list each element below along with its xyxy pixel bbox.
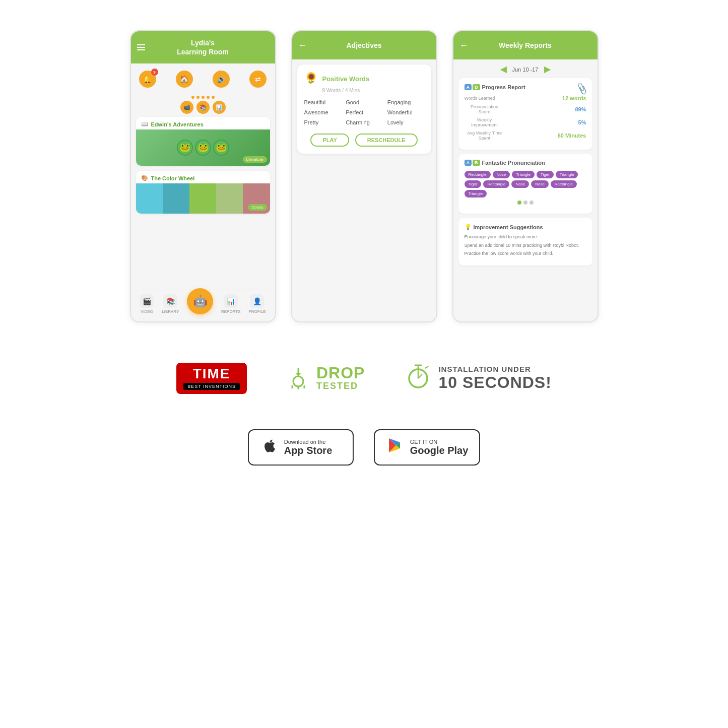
lr-top-icons: 🔔 9 🏠 🔊 ⇄ — [136, 69, 270, 90]
tag-nose-3: Nose — [531, 180, 549, 188]
shuffle-icon[interactable]: ⇄ — [249, 71, 267, 88]
time-spent-label: Avg Weekly Time Spent — [465, 130, 505, 141]
install-line2: 10 SECONDS! — [438, 373, 551, 392]
tag-nose-2: Nose — [511, 180, 529, 188]
install-line1: INSTALLATION UNDER — [438, 365, 551, 373]
b-badge: B — [473, 84, 480, 90]
card2-title: 🎨 The Color Wheel — [136, 171, 270, 183]
card1-image: 🐸 🐸 🐸 Literature — [136, 129, 270, 166]
adj-positive-words-card: 🌻 Positive Words 9 Words / 4 Mins Beauti… — [297, 64, 431, 154]
phone1-body: 🔔 9 🏠 🔊 ⇄ 📹 📚 📊 — [131, 63, 275, 321]
hamburger-menu[interactable] — [137, 44, 145, 50]
reschedule-button[interactable]: RESCHEDULE — [355, 134, 418, 147]
dot-2 — [523, 201, 527, 205]
play-button[interactable]: PLAY — [310, 134, 349, 147]
sound-icon[interactable]: 🔊 — [213, 71, 230, 88]
dot-icon-3[interactable]: 📊 — [213, 101, 226, 114]
app-store-button[interactable]: Download on the App Store — [248, 429, 354, 466]
phone3-back-arrow[interactable]: ← — [459, 40, 469, 51]
word-awesome: Awesome — [304, 109, 341, 115]
connector-dots — [136, 94, 270, 101]
swatch-3 — [189, 183, 216, 214]
word-beautiful: Beautiful — [304, 99, 341, 105]
a-badge: A — [465, 84, 472, 90]
badges-row: TIME BEST INVENTIONS DROP TESTED — [30, 363, 698, 394]
nav-profile[interactable]: 👤 PROFILE — [248, 294, 266, 314]
swatch-4 — [216, 183, 243, 214]
card-edwins-adventures[interactable]: 📖 Edwin's Adventures 🐸 🐸 🐸 Literature — [136, 117, 270, 166]
phones-row: Lydia's Learning Room 🔔 9 🏠 🔊 ⇄ — [30, 30, 698, 322]
phone1-header: Lydia's Learning Room — [131, 31, 275, 63]
next-arrow[interactable]: ▶ — [544, 64, 550, 74]
phone-2-adjectives: ← Adjectives 🌻 Positive Words 9 Words / … — [291, 30, 437, 322]
time-badge-item: TIME BEST INVENTIONS — [176, 363, 247, 394]
phone2-back-arrow[interactable]: ← — [298, 40, 307, 51]
dot-icon-2[interactable]: 📚 — [196, 101, 210, 114]
dot-icon-1[interactable]: 📹 — [180, 101, 193, 114]
palette-icon: 🎨 — [141, 175, 148, 181]
color-swatches-wrapper: Colors — [136, 183, 270, 214]
home-icon[interactable]: 🏠 — [176, 71, 193, 88]
improvement-value: 5% — [578, 119, 586, 125]
date-range: Jun 10 -17 — [512, 67, 539, 73]
appstore-bottom: App Store — [284, 445, 333, 456]
install-text-block: INSTALLATION UNDER 10 SECONDS! — [438, 365, 551, 392]
word-wonderful: Wonderful — [387, 109, 424, 115]
dot-1 — [517, 201, 521, 205]
profile-icon: 👤 — [250, 294, 264, 308]
word-charming: Charming — [346, 119, 382, 125]
adj-buttons: PLAY RESCHEDULE — [304, 134, 424, 147]
adj-words-grid: Beautiful Good Engaging Awesome Perfect … — [304, 99, 424, 125]
frog-2: 🐸 — [195, 140, 211, 156]
card-color-wheel[interactable]: 🎨 The Color Wheel Colors — [136, 171, 270, 214]
pagination-dots — [465, 201, 586, 205]
drop-text-block: DROP TESTED — [316, 365, 365, 392]
apple-icon — [260, 436, 278, 458]
adj-card-header: 🌻 Positive Words — [304, 72, 424, 86]
card2-badge: Colors — [248, 204, 267, 211]
swatch-1 — [136, 183, 163, 214]
phone-1-learning-room: Lydia's Learning Room 🔔 9 🏠 🔊 ⇄ — [130, 30, 276, 322]
a-badge-2: A — [465, 160, 472, 166]
b-badge-2: B — [473, 160, 480, 166]
ab-badge: A B — [465, 84, 480, 90]
appstore-text: Download on the App Store — [284, 439, 333, 456]
word-engaging: Engaging — [387, 99, 424, 105]
book-icon: 📖 — [141, 121, 148, 127]
tag-triangle-3: Triangle — [465, 190, 487, 197]
phone-3-weekly-reports: ← Weekly Reports ◀ Jun 10 -17 ▶ 📎 A — [452, 30, 599, 322]
word-good: Good — [346, 99, 382, 105]
library-icon: 📚 — [163, 294, 177, 308]
tag-rectangle-3: Rectangle — [551, 180, 577, 188]
time-subtitle: BEST INVENTIONS — [183, 383, 240, 390]
prev-arrow[interactable]: ◀ — [500, 64, 506, 74]
tag-tiger-2: Tiger — [465, 180, 482, 188]
pronunciation-tags: Rectangle Nose Triangle Tiger Triangle T… — [465, 171, 586, 197]
nav-video[interactable]: 🎬 VIDEO — [140, 294, 154, 314]
timer-icon — [405, 363, 431, 394]
tag-tiger-1: Tiger — [537, 171, 554, 178]
svg-point-0 — [293, 376, 303, 386]
frogs-image: 🐸 🐸 🐸 — [177, 140, 229, 156]
stat-improvement: Weekly Improvement 5% — [465, 117, 586, 127]
phone2-body: 🌻 Positive Words 9 Words / 4 Mins Beauti… — [292, 59, 436, 321]
lr-dots-row: 📹 📚 📊 — [136, 101, 270, 114]
pronunciation-card: A B Fantastic Pronunciation Rectangle No… — [458, 154, 592, 214]
tag-rectangle-2: Rectangle — [483, 180, 509, 188]
improvement-1: Encourage your child to speak more. — [465, 234, 586, 240]
tag-triangle-2: Triangle — [556, 171, 578, 178]
drop-subtitle: TESTED — [316, 381, 365, 392]
word-perfect: Perfect — [346, 109, 382, 115]
google-play-icon — [386, 436, 404, 458]
tag-nose-1: Nose — [493, 171, 510, 178]
frog-3: 🐸 — [213, 140, 229, 156]
nav-reports[interactable]: 📊 REPORTS — [221, 294, 241, 314]
nav-library[interactable]: 📚 LIBRARY — [162, 294, 179, 314]
appstore-top: Download on the — [284, 439, 333, 445]
stat-pronunciation: Pronunciation Score 89% — [465, 104, 586, 114]
clip-icon: 📎 — [575, 82, 588, 96]
google-play-button[interactable]: GET IT ON Google Play — [374, 429, 481, 466]
nav-center-button[interactable]: 🤖 — [187, 288, 213, 314]
install-badge-item: INSTALLATION UNDER 10 SECONDS! — [405, 363, 551, 394]
bell-badge[interactable]: 🔔 9 — [139, 71, 156, 88]
